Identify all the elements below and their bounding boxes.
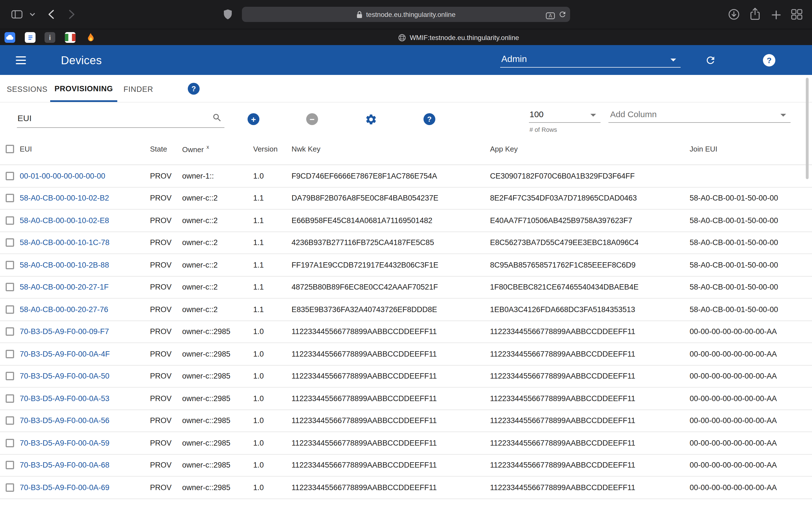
- cell-state: PROV: [150, 394, 182, 403]
- cell-eui-link[interactable]: 58-A0-CB-00-00-10-2B-88: [20, 261, 150, 269]
- cell-eui-link[interactable]: 00-01-00-00-00-00-00-00: [20, 172, 150, 180]
- cell-eui-link[interactable]: 58-A0-CB-00-00-10-02-E8: [20, 216, 150, 225]
- column-header-app-key[interactable]: App Key: [490, 145, 690, 153]
- cell-state: PROV: [150, 416, 182, 425]
- cell-state: PROV: [150, 172, 182, 180]
- row-checkbox[interactable]: [6, 439, 14, 447]
- cell-app-key: 8E2F4F7C354DF03A7D718965CDAD0463: [490, 194, 690, 203]
- help-icon[interactable]: ?: [423, 113, 435, 125]
- eui-search-input[interactable]: EUI: [17, 103, 224, 128]
- cell-version: 1.0: [253, 416, 292, 425]
- row-checkbox[interactable]: [6, 483, 14, 492]
- cell-eui-link[interactable]: 58-A0-CB-00-00-10-02-B2: [20, 194, 150, 203]
- row-checkbox[interactable]: [6, 238, 14, 247]
- row-checkbox[interactable]: [6, 172, 14, 180]
- cell-join-eui: 58-A0-CB-00-01-50-00-00: [690, 283, 812, 291]
- tab-provisioning[interactable]: PROVISIONING: [50, 75, 117, 103]
- pinned-tab-info-icon[interactable]: i: [45, 32, 55, 43]
- row-checkbox[interactable]: [6, 216, 14, 225]
- settings-gear-icon[interactable]: [365, 113, 377, 126]
- reload-icon[interactable]: [558, 10, 567, 21]
- help-icon[interactable]: ?: [188, 83, 200, 95]
- forward-icon[interactable]: [69, 10, 75, 19]
- admin-select[interactable]: Admin: [500, 53, 680, 68]
- add-column-placeholder: Add Column: [610, 109, 657, 119]
- pinned-tab-flame-icon[interactable]: [85, 32, 96, 43]
- cell-app-key: E8C56273BA7D55C479EE3EBC18A096C4: [490, 238, 690, 247]
- cell-eui-link[interactable]: 58-A0-CB-00-00-20-27-1F: [20, 283, 150, 291]
- row-checkbox[interactable]: [6, 372, 14, 381]
- refresh-icon[interactable]: [705, 55, 716, 66]
- pinned-tab-document-icon[interactable]: [25, 32, 36, 43]
- table-row: 58-A0-CB-00-00-10-1C-78 PROV owner-c::2 …: [0, 232, 812, 254]
- column-header-nwk-key[interactable]: Nwk Key: [292, 145, 490, 153]
- remove-button[interactable]: −: [306, 113, 318, 125]
- cell-eui-link[interactable]: 70-B3-D5-A9-F0-00-0A-68: [20, 461, 150, 469]
- row-checkbox[interactable]: [6, 261, 14, 269]
- cell-app-key: 8C95AB857658571762F1C85EEEF8C6D9: [490, 261, 690, 269]
- column-header-version[interactable]: Version: [253, 145, 292, 153]
- table-row: 70-B3-D5-A9-F0-00-0A-59 PROV owner-c::29…: [0, 432, 812, 454]
- rows-per-page-select[interactable]: 100: [529, 109, 601, 123]
- cell-join-eui: 00-00-00-00-00-00-00-AA: [690, 328, 812, 336]
- column-header-owner[interactable]: Ownerx: [182, 144, 253, 154]
- row-checkbox[interactable]: [6, 305, 14, 314]
- downloads-icon[interactable]: [728, 8, 740, 20]
- row-checkbox[interactable]: [6, 350, 14, 358]
- menu-icon[interactable]: [16, 56, 26, 64]
- row-checkbox[interactable]: [6, 416, 14, 425]
- tab-sessions[interactable]: SESSIONS: [7, 85, 47, 94]
- cell-state: PROV: [150, 216, 182, 225]
- add-column-select[interactable]: Add Column: [608, 109, 791, 123]
- column-header-state[interactable]: State: [150, 145, 182, 153]
- pinned-tab-flag-icon[interactable]: [65, 32, 75, 43]
- cell-eui-link[interactable]: 70-B3-D5-A9-F0-00-0A-4F: [20, 350, 150, 358]
- cell-eui-link[interactable]: 70-B3-D5-A9-F0-00-09-F7: [20, 328, 150, 336]
- cell-eui-link[interactable]: 70-B3-D5-A9-F0-00-0A-50: [20, 372, 150, 381]
- share-icon[interactable]: [750, 7, 760, 20]
- chevron-down-icon[interactable]: [30, 13, 35, 16]
- page-scrollbar[interactable]: [806, 78, 809, 179]
- table-row: 70-B3-D5-A9-F0-00-0A-56 PROV owner-c::29…: [0, 410, 812, 432]
- cell-eui-link[interactable]: 70-B3-D5-A9-F0-00-0A-59: [20, 439, 150, 447]
- cell-owner: owner-c::2985: [182, 394, 253, 403]
- add-button[interactable]: +: [248, 113, 259, 125]
- row-checkbox[interactable]: [6, 461, 14, 469]
- translate-icon[interactable]: A: [546, 11, 555, 21]
- tab-finder[interactable]: FINDER: [123, 85, 153, 94]
- tab-overview-icon[interactable]: [791, 9, 802, 20]
- cell-app-key: 112233445566778899AABBCCDDEEFF11: [490, 439, 690, 447]
- row-checkbox[interactable]: [6, 394, 14, 403]
- active-browser-tab[interactable]: WMIF:testnode.eu.thingularity.online: [105, 29, 812, 46]
- sidebar-toggle-icon[interactable]: [11, 10, 22, 18]
- row-checkbox[interactable]: [6, 328, 14, 336]
- cell-eui-link[interactable]: 70-B3-D5-A9-F0-00-0A-53: [20, 394, 150, 403]
- pinned-tab-cloud-icon[interactable]: [4, 32, 15, 43]
- row-checkbox[interactable]: [6, 194, 14, 203]
- chevron-down-icon: [780, 114, 786, 117]
- cell-eui-link[interactable]: 58-A0-CB-00-00-20-27-76: [20, 305, 150, 314]
- cell-state: PROV: [150, 238, 182, 247]
- cell-join-eui: 00-00-00-00-00-00-00-AA: [690, 461, 812, 469]
- table-body: 00-01-00-00-00-00-00-00 PROV owner-1:: 1…: [0, 165, 812, 499]
- cell-eui-link[interactable]: 58-A0-CB-00-00-10-1C-78: [20, 238, 150, 247]
- cell-app-key: 112233445566778899AABBCCDDEEFF11: [490, 461, 690, 469]
- back-icon[interactable]: [48, 10, 54, 19]
- cell-eui-link[interactable]: 70-B3-D5-A9-F0-00-0A-69: [20, 483, 150, 492]
- active-tab-underline: [50, 100, 117, 102]
- chevron-down-icon: [591, 114, 596, 117]
- select-all-checkbox[interactable]: [6, 145, 14, 153]
- new-tab-icon[interactable]: [771, 10, 781, 20]
- help-icon[interactable]: ?: [763, 54, 775, 66]
- table-row: 70-B3-D5-A9-F0-00-0A-69 PROV owner-c::29…: [0, 476, 812, 499]
- column-header-eui[interactable]: EUI: [20, 145, 150, 153]
- page-title: Devices: [61, 54, 102, 67]
- cell-owner: owner-c::2985: [182, 461, 253, 469]
- remove-column-icon[interactable]: x: [207, 144, 209, 150]
- cell-eui-link[interactable]: 70-B3-D5-A9-F0-00-0A-56: [20, 416, 150, 425]
- row-checkbox[interactable]: [6, 283, 14, 291]
- shield-icon[interactable]: [223, 9, 232, 20]
- cell-join-eui: 58-A0-CB-00-01-50-00-00: [690, 216, 812, 225]
- url-bar[interactable]: testnode.eu.thingularity.online A: [242, 7, 570, 22]
- column-header-join-eui[interactable]: Join EUI: [690, 145, 812, 153]
